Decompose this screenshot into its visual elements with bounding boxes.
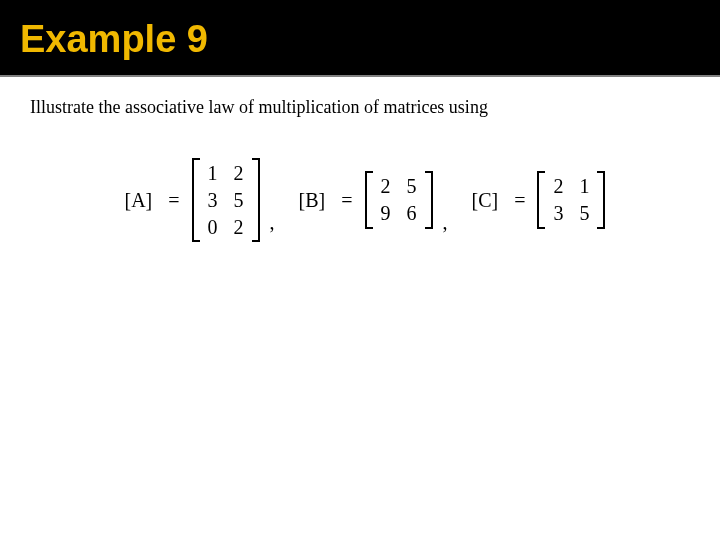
left-bracket-icon	[537, 171, 545, 229]
comma: ,	[443, 211, 448, 242]
right-bracket-icon	[597, 171, 605, 229]
matrix-a-label: [A]	[125, 189, 153, 212]
equals-sign: =	[514, 189, 525, 212]
matrix-cell: 3	[553, 202, 563, 225]
right-bracket-icon	[252, 158, 260, 242]
right-bracket-icon	[425, 171, 433, 229]
matrix-cell: 0	[208, 216, 218, 239]
slide-title: Example 9	[20, 18, 700, 61]
matrix-cell: 2	[234, 216, 244, 239]
left-bracket-icon	[192, 158, 200, 242]
matrix-cell: 1	[579, 175, 589, 198]
slide-body: Illustrate the associative law of multip…	[0, 77, 720, 262]
matrix-c-label: [C]	[472, 189, 499, 212]
matrix-cell: 5	[407, 175, 417, 198]
comma: ,	[270, 211, 275, 242]
equals-sign: =	[341, 189, 352, 212]
matrix-c: 2 1 3 5	[537, 171, 605, 229]
matrices-row: [A] = 1 2 3 5 0 2 , [B] = 2 5 9 6	[30, 158, 690, 242]
matrix-cell: 2	[553, 175, 563, 198]
matrix-b-label: [B]	[299, 189, 326, 212]
slide-header: Example 9	[0, 0, 720, 77]
matrix-cell: 1	[208, 162, 218, 185]
problem-statement: Illustrate the associative law of multip…	[30, 97, 690, 118]
matrix-a-grid: 1 2 3 5 0 2	[200, 158, 252, 242]
matrix-cell: 9	[381, 202, 391, 225]
matrix-b: 2 5 9 6	[365, 171, 433, 229]
matrix-cell: 2	[234, 162, 244, 185]
matrix-a: 1 2 3 5 0 2	[192, 158, 260, 242]
matrix-cell: 5	[579, 202, 589, 225]
left-bracket-icon	[365, 171, 373, 229]
matrix-cell: 5	[234, 189, 244, 212]
matrix-cell: 3	[208, 189, 218, 212]
matrix-c-grid: 2 1 3 5	[545, 171, 597, 229]
equals-sign: =	[168, 189, 179, 212]
matrix-cell: 2	[381, 175, 391, 198]
matrix-cell: 6	[407, 202, 417, 225]
matrix-b-grid: 2 5 9 6	[373, 171, 425, 229]
